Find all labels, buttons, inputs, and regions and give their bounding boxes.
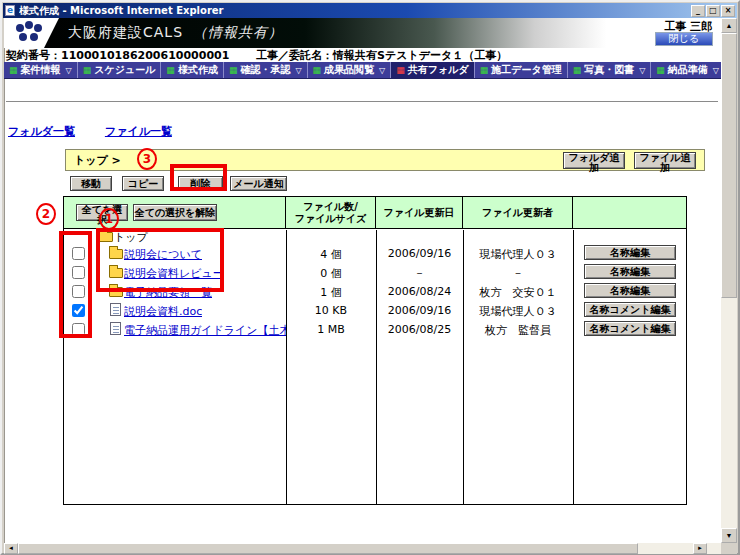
nav-item-kakunin[interactable]: ▦ 確認・承認 ▽ bbox=[224, 62, 308, 78]
maximize-button[interactable]: □ bbox=[706, 5, 720, 17]
horizontal-scroll-thumb[interactable] bbox=[18, 543, 638, 554]
title-bar: e 様式作成 - Microsoft Internet Explorer _ □… bbox=[3, 3, 737, 18]
name-edit-button[interactable]: 名称編集 bbox=[584, 264, 676, 279]
name-comment-edit-button[interactable]: 名称コメント編集 bbox=[584, 321, 676, 336]
vertical-scrollbar[interactable]: ▲ ▼ bbox=[721, 18, 737, 543]
scroll-right-icon[interactable]: ► bbox=[693, 543, 707, 554]
nav-label: スケジュール bbox=[94, 63, 155, 77]
row-checkbox[interactable] bbox=[72, 323, 85, 336]
nav-item-shashin[interactable]: ▦ 写真・図書 ▽ bbox=[568, 62, 652, 78]
delete-button[interactable]: 削除 bbox=[178, 176, 223, 191]
project-name: 工事／委託名：情報共有Sテストデータ１（工事） bbox=[256, 48, 507, 63]
osaka-logo-icon bbox=[10, 21, 46, 45]
row-checkbox[interactable] bbox=[72, 285, 85, 298]
file-icon bbox=[110, 322, 121, 335]
add-file-button[interactable]: ファイル追加 bbox=[634, 152, 696, 169]
main-nav: ▦ 案件情報 ▽ ▦ スケジュール ▦ 様式作成 ▦ 確認・承認 ▽ ▦ 成果品… bbox=[4, 62, 721, 79]
file-name-link[interactable]: 電子納品運用ガイドライン【土木 bbox=[124, 323, 286, 338]
close-page-button[interactable]: 閉じる bbox=[655, 32, 713, 46]
nav-label: 施工データ管理 bbox=[491, 63, 561, 77]
minimize-button[interactable]: _ bbox=[691, 5, 705, 17]
file-count-cell: 1 個 bbox=[286, 285, 376, 300]
name-edit-button[interactable]: 名称編集 bbox=[584, 245, 676, 260]
updater-cell: － bbox=[463, 266, 573, 281]
ie-icon: e bbox=[5, 5, 15, 16]
nav-label: 様式作成 bbox=[178, 63, 218, 77]
add-folder-button[interactable]: フォルダ追加 bbox=[563, 152, 625, 169]
grid-icon: ▦ bbox=[83, 66, 92, 75]
select-all-button[interactable]: 全てを選択 bbox=[76, 204, 128, 221]
update-date-cell: 2006/08/25 bbox=[376, 323, 463, 336]
nav-item-anken[interactable]: ▦ 案件情報 ▽ bbox=[4, 62, 78, 78]
app-header-band: 大阪府建設CALS（情報共有） 工事 三郎 閉じる bbox=[4, 18, 721, 48]
column-header-actions bbox=[573, 197, 686, 228]
update-date-cell: － bbox=[376, 266, 463, 281]
table-body: トップ 説明会について 4 個 2006/09/16 現場代理人０３ 名称編集 … bbox=[64, 230, 686, 504]
chevron-down-icon: ▽ bbox=[713, 66, 719, 75]
select-header-cell: 全てを選択 全ての選択を解除 bbox=[64, 197, 286, 228]
folder-icon bbox=[109, 287, 123, 297]
row-checkbox[interactable] bbox=[72, 266, 85, 279]
app-subtitle-text: （情報共有） bbox=[193, 24, 283, 40]
file-list-link[interactable]: ファイル一覧 bbox=[105, 125, 172, 138]
column-header-size-line1: ファイル数/ bbox=[303, 201, 358, 213]
grid-icon: ▦ bbox=[229, 66, 238, 75]
folder-name-link[interactable]: 電子納品要領一覧 bbox=[124, 285, 212, 300]
table-row: 説明会について 4 個 2006/09/16 現場代理人０３ 名称編集 bbox=[64, 244, 686, 263]
scroll-left-icon[interactable]: ◄ bbox=[4, 543, 18, 554]
nav-item-seikahin[interactable]: ▦ 成果品閲覧 ▽ bbox=[308, 62, 392, 78]
row-checkbox[interactable] bbox=[72, 247, 85, 260]
horizontal-scrollbar[interactable]: ◄ ► bbox=[4, 543, 721, 554]
nav-label: 確認・承認 bbox=[240, 63, 290, 77]
row-checkbox[interactable] bbox=[72, 304, 85, 317]
nav-item-schedule[interactable]: ▦ スケジュール bbox=[78, 62, 162, 78]
nav-label: 共有フォルダ bbox=[408, 63, 469, 77]
name-edit-button[interactable]: 名称編集 bbox=[584, 283, 676, 298]
file-count-cell: 4 個 bbox=[286, 247, 376, 262]
grid-icon: ▦ bbox=[656, 66, 665, 75]
folder-name-link[interactable]: 説明会資料レビュー bbox=[124, 266, 224, 281]
contract-row: 契約番号：1100010186200610000001 工事／委託名：情報共有S… bbox=[6, 48, 720, 62]
column-header-editor: ファイル更新者 bbox=[463, 197, 573, 228]
scroll-down-icon[interactable]: ▼ bbox=[721, 528, 737, 543]
update-date-cell: 2006/08/24 bbox=[376, 285, 463, 298]
deselect-all-button[interactable]: 全ての選択を解除 bbox=[133, 204, 217, 221]
update-date-cell: 2006/09/16 bbox=[376, 247, 463, 260]
column-header-editor-text: ファイル更新者 bbox=[482, 207, 553, 219]
file-name-link[interactable]: 説明会資料.doc bbox=[124, 304, 202, 319]
column-header-size-line2: ファイルサイズ bbox=[295, 213, 367, 225]
move-button[interactable]: 移動 bbox=[70, 176, 112, 191]
column-header-date: ファイル更新日 bbox=[376, 197, 463, 228]
folder-name-link[interactable]: 説明会について bbox=[124, 247, 202, 262]
close-window-button[interactable]: × bbox=[721, 5, 735, 17]
nav-item-kyoyu-folder[interactable]: ▦ 共有フォルダ bbox=[391, 62, 474, 78]
folder-icon bbox=[109, 249, 123, 259]
folder-list-link[interactable]: フォルダ一覧 bbox=[8, 125, 75, 138]
scroll-up-icon[interactable]: ▲ bbox=[721, 18, 737, 33]
window-title: 様式作成 - Microsoft Internet Explorer bbox=[19, 4, 690, 18]
nav-label: 写真・図書 bbox=[584, 63, 634, 77]
table-row: 説明会資料レビュー 0 個 － － 名称編集 bbox=[64, 263, 686, 282]
chevron-down-icon: ▽ bbox=[379, 66, 385, 75]
mail-notify-button[interactable]: メール通知 bbox=[230, 176, 287, 191]
table-row: 説明会資料.doc 10 KB 2006/09/16 現場代理人０３ 名称コメン… bbox=[64, 301, 686, 320]
file-size-cell: 1 MB bbox=[286, 323, 376, 336]
osaka-logo bbox=[4, 18, 60, 48]
file-icon bbox=[110, 303, 121, 316]
file-size-cell: 10 KB bbox=[286, 304, 376, 317]
nav-item-nouhin[interactable]: ▦ 納品準備 ▽ bbox=[651, 62, 725, 78]
divider bbox=[6, 101, 718, 103]
chevron-down-icon: ▽ bbox=[66, 66, 72, 75]
folder-icon bbox=[109, 268, 123, 278]
nav-item-yoshiki[interactable]: ▦ 様式作成 bbox=[161, 62, 224, 78]
updater-cell: 現場代理人０３ bbox=[463, 247, 573, 262]
vertical-scroll-thumb[interactable] bbox=[721, 33, 737, 298]
grid-icon: ▦ bbox=[396, 66, 405, 75]
copy-button[interactable]: コピー bbox=[122, 176, 164, 191]
nav-label: 案件情報 bbox=[21, 63, 61, 77]
grid-icon: ▦ bbox=[166, 66, 175, 75]
name-comment-edit-button[interactable]: 名称コメント編集 bbox=[584, 302, 676, 317]
nav-item-sekou-data[interactable]: ▦ 施工データ管理 bbox=[475, 62, 568, 78]
updater-cell: 枚方 交安０１ bbox=[463, 285, 573, 300]
table-row: 電子納品運用ガイドライン【土木 1 MB 2006/08/25 枚方 監督員 名… bbox=[64, 320, 686, 339]
